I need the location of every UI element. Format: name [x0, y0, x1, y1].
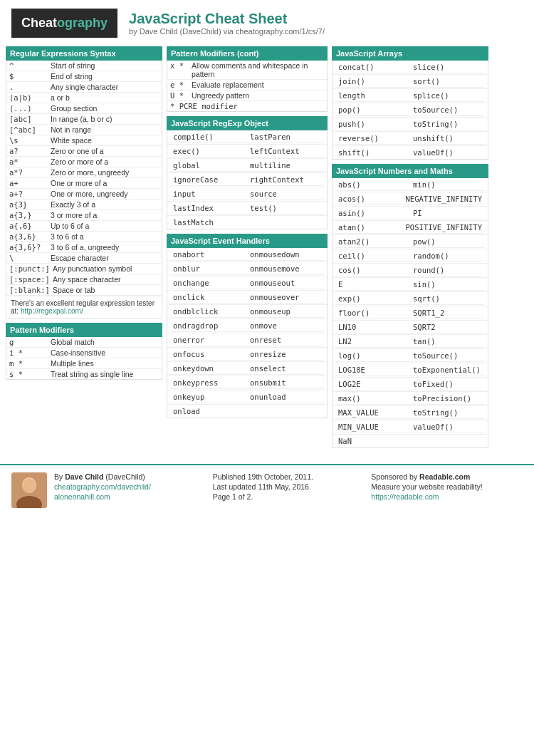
- table-row: onkeyuponunload: [167, 390, 327, 405]
- table-row: gGlobal match: [6, 337, 162, 348]
- table-row: ondblclickonmouseup: [167, 305, 327, 319]
- events-section-body: onabortonmousedown onbluronmousemove onc…: [167, 248, 328, 418]
- table-row: s *Treat string as single line: [6, 369, 162, 379]
- header-title-block: JavaScript Cheat Sheet by Dave Child (Da…: [129, 11, 325, 36]
- table-row: $End of string: [6, 71, 162, 82]
- table-row: atan()POSITIVE_INFINITY: [333, 221, 488, 235]
- svg-point-3: [23, 479, 36, 493]
- table-row: m *Multiple lines: [6, 358, 162, 369]
- table-row: onbluronmousemove: [167, 262, 327, 276]
- regexp-section: JavaScript RegExp Object compile()lastPa…: [167, 116, 328, 229]
- numbers-section-body: abs()min() acos()NEGATIVE_INFINITY asin(…: [332, 178, 488, 448]
- table-row: .Any single character: [6, 82, 162, 93]
- table-row: globalmultiline: [167, 159, 327, 173]
- table-row: * PCRE modifier: [167, 101, 327, 111]
- pattern-cont-body: x *Allow comments and whitespace in patt…: [167, 61, 328, 112]
- author-link1[interactable]: cheatography.com/davechild/: [54, 482, 151, 491]
- logo: Cheatography: [11, 9, 117, 38]
- table-row: atan2()pow(): [333, 235, 488, 249]
- table-row: onfocusonresize: [167, 348, 327, 362]
- table-row: onkeypressonsubmit: [167, 376, 327, 390]
- table-row: onchangeonmouseout: [167, 276, 327, 291]
- pattern-section: Pattern Modifiers gGlobal match i *Case-…: [6, 323, 162, 380]
- footer-sponsor-col: Sponsored by Readable.com Measure your w…: [371, 472, 523, 502]
- table-row: lengthsplice(): [333, 89, 488, 103]
- arrays-section-header: JavaScript Arrays: [332, 46, 488, 61]
- table-row: onkeydownonselect: [167, 362, 327, 376]
- regex-note: There's an excellent regular expression …: [6, 296, 162, 318]
- table-row: cos()round(): [333, 264, 488, 278]
- author-avatar: [11, 472, 47, 508]
- table-row: onerroronreset: [167, 333, 327, 348]
- table-row: acos()NEGATIVE_INFINITY: [333, 192, 488, 207]
- table-row: [:space:]Any space character: [6, 274, 162, 285]
- footer-sponsor-desc: Measure your website readability!: [371, 482, 523, 491]
- footer-date-col: Published 19th October, 2011. Last updat…: [213, 472, 365, 502]
- footer-updated: Last updated 11th May, 2016.: [213, 482, 365, 491]
- left-column: Regular Expressions Syntax ^Start of str…: [6, 46, 162, 452]
- events-section-header: JavaScript Event Handlers: [167, 234, 328, 248]
- table-row: onabortonmousedown: [167, 248, 327, 262]
- arrays-section: JavaScript Arrays concat()slice() join()…: [332, 46, 488, 160]
- table-row: (a|b)a or b: [6, 93, 162, 103]
- table-row: lastIndextest(): [167, 202, 327, 216]
- table-row: NaN: [333, 435, 488, 447]
- table-row: exec()leftContext: [167, 145, 327, 159]
- table-row: \sWhite space: [6, 135, 162, 146]
- author-link2[interactable]: aloneonahill.com: [54, 492, 110, 501]
- table-row: reverse()unshift(): [333, 132, 488, 146]
- numbers-section-header: JavaScript Numbers and Maths: [332, 164, 488, 178]
- table-row: asin()PI: [333, 207, 488, 221]
- table-row: LN10SQRT2: [333, 321, 488, 335]
- table-row: abs()min(): [333, 178, 488, 192]
- page-title: JavaScript Cheat Sheet: [129, 11, 325, 27]
- regex-note-link[interactable]: http://regexpal.com/: [21, 307, 83, 315]
- pattern-cont-header: Pattern Modifiers (cont): [167, 46, 328, 61]
- table-row: a{3,}3 or more of a: [6, 210, 162, 221]
- mid-column: Pattern Modifiers (cont) x *Allow commen…: [167, 46, 328, 452]
- table-row: concat()slice(): [333, 61, 488, 75]
- main-content: Regular Expressions Syntax ^Start of str…: [0, 46, 534, 458]
- table-row: [:blank:]Space or tab: [6, 285, 162, 296]
- page-subtitle: by Dave Child (DaveChild) via cheatograp…: [129, 27, 325, 36]
- table-row: log()toSource(): [333, 349, 488, 363]
- table-row: ceil()random(): [333, 249, 488, 264]
- table-row: i *Case-insensitive: [6, 348, 162, 358]
- table-row: onclickonmouseover: [167, 291, 327, 305]
- table-row: e *Evaluate replacement: [167, 80, 327, 90]
- table-row: a{3}Exactly 3 of a: [6, 200, 162, 210]
- table-row: push()toString(): [333, 118, 488, 132]
- pattern-cont-section: Pattern Modifiers (cont) x *Allow commen…: [167, 46, 328, 112]
- table-row: \Escape character: [6, 253, 162, 264]
- table-row: a*Zero or more of a: [6, 157, 162, 167]
- logo-ography: ography: [57, 16, 108, 30]
- table-row: exp()sqrt(): [333, 292, 488, 306]
- events-section: JavaScript Event Handlers onabortonmouse…: [167, 234, 328, 418]
- table-row: lastMatch: [167, 216, 327, 229]
- table-row: ignoreCaserightContext: [167, 173, 327, 187]
- regexp-section-body: compile()lastParen exec()leftContext glo…: [167, 130, 328, 229]
- table-row: LN2tan(): [333, 335, 488, 349]
- table-row: max()toPrecision(): [333, 392, 488, 406]
- arrays-section-body: concat()slice() join()sort() lengthsplic…: [332, 61, 488, 160]
- table-row: a+?One or more, ungreedy: [6, 189, 162, 200]
- table-row: a{3,6}?3 to 6 of a, ungreedy: [6, 242, 162, 253]
- table-row: LOG2EtoFixed(): [333, 378, 488, 392]
- header: Cheatography JavaScript Cheat Sheet by D…: [0, 0, 534, 46]
- logo-cheat: Cheat: [21, 16, 57, 30]
- table-row: ^Start of string: [6, 61, 162, 71]
- sponsor-link[interactable]: https://readable.com: [371, 492, 439, 501]
- table-row: MIN_VALUEvalueOf(): [333, 420, 488, 435]
- table-row: [^abc]Not in range: [6, 125, 162, 135]
- table-row: ondragdroponmove: [167, 319, 327, 333]
- footer-page: Page 1 of 2.: [213, 492, 365, 501]
- table-row: [:punct:]Any punctuation symbol: [6, 264, 162, 274]
- table-row: (...)Group section: [6, 103, 162, 114]
- table-row: a{,6}Up to 6 of a: [6, 221, 162, 232]
- table-row: compile()lastParen: [167, 130, 327, 145]
- pattern-section-body: gGlobal match i *Case-insensitive m *Mul…: [6, 337, 162, 380]
- page-container: Cheatography JavaScript Cheat Sheet by D…: [0, 0, 534, 515]
- table-row: LOG10EtoExponential(): [333, 363, 488, 378]
- regexp-section-header: JavaScript RegExp Object: [167, 116, 328, 130]
- footer-author-col: By Dave Child (DaveChild) cheatography.c…: [54, 472, 206, 502]
